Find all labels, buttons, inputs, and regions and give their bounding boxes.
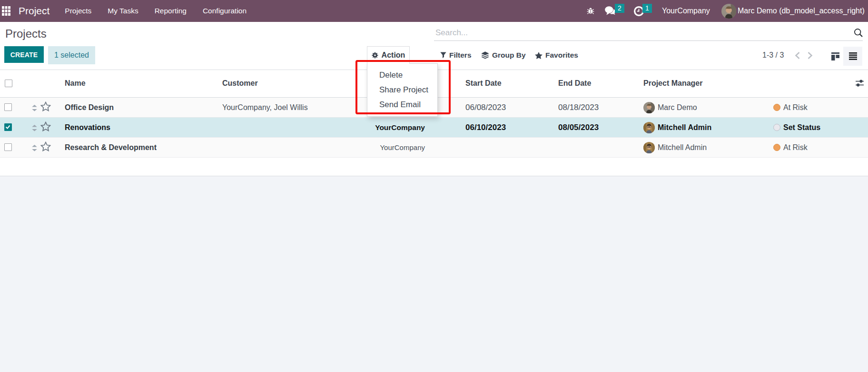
- favorite-star-toggle[interactable]: [40, 136, 51, 156]
- project-customer: YourCompany, Joel Willis: [222, 98, 308, 118]
- status-dot-at-risk[interactable]: [773, 104, 780, 111]
- activities-count-badge: 1: [642, 4, 652, 13]
- group-by-layers-icon: [481, 51, 489, 60]
- top-navbar: Project Projects My Tasks Reporting Conf…: [0, 0, 868, 22]
- menu-item-delete[interactable]: Delete: [367, 68, 437, 82]
- pager-next-button[interactable]: [804, 50, 816, 61]
- select-all-checkbox[interactable]: [5, 80, 12, 87]
- action-button-label: Action: [382, 51, 405, 60]
- kanban-view-icon: [831, 52, 839, 60]
- row-checkbox-checked[interactable]: [4, 123, 12, 131]
- filters-label: Filters: [449, 51, 472, 60]
- project-manager-name: Marc Demo: [658, 98, 697, 118]
- table-empty-row: [0, 157, 868, 176]
- search-submit-button[interactable]: [854, 28, 864, 39]
- project-manager-name: Mitchell Admin: [658, 118, 711, 138]
- list-view-button[interactable]: [843, 47, 862, 66]
- project-manager-name: Mitchell Admin: [658, 138, 707, 158]
- page-background: [0, 176, 868, 372]
- column-header-name[interactable]: Name: [65, 70, 86, 96]
- menu-item-share-project[interactable]: Share Project: [367, 82, 437, 97]
- project-status[interactable]: At Risk: [783, 98, 808, 118]
- project-status[interactable]: At Risk: [783, 138, 808, 158]
- status-dot-at-risk[interactable]: [773, 144, 780, 151]
- row-checkbox[interactable]: [4, 143, 12, 151]
- filter-funnel-icon: [440, 52, 446, 59]
- list-view-icon: [849, 52, 857, 60]
- drag-handle-icon[interactable]: [32, 118, 37, 138]
- project-name[interactable]: Office Design: [65, 98, 114, 118]
- project-end-date: 08/18/2023: [558, 98, 599, 118]
- apps-menu-button[interactable]: [0, 0, 14, 22]
- gear-icon: [372, 52, 378, 59]
- menu-reporting[interactable]: Reporting: [147, 0, 195, 22]
- menu-projects[interactable]: Projects: [57, 0, 99, 22]
- sliders-icon: [856, 80, 864, 87]
- project-name[interactable]: Research & Development: [65, 138, 157, 158]
- dropdown-notch: [367, 62, 409, 64]
- messages-button[interactable]: 2: [605, 0, 616, 22]
- search-icon: [854, 28, 863, 38]
- debug-bug-button[interactable]: [587, 0, 594, 22]
- favorites-button[interactable]: Favorites: [535, 47, 578, 63]
- project-start-date: 06/10/2023: [465, 118, 506, 138]
- project-customer: YourCompany: [380, 138, 425, 158]
- row-checkbox[interactable]: [4, 103, 12, 111]
- app-brand-title[interactable]: Project: [19, 5, 49, 17]
- column-header-end-date[interactable]: End Date: [558, 70, 591, 96]
- action-dropdown-button[interactable]: Action: [367, 46, 410, 64]
- breadcrumb-title: Projects: [5, 27, 47, 40]
- table-row-selected[interactable]: Renovations YourCompany 06/10/2023 08/05…: [0, 117, 868, 137]
- group-by-button[interactable]: Group By: [481, 47, 526, 63]
- group-by-label: Group By: [492, 51, 526, 60]
- manager-avatar: [643, 142, 655, 153]
- favorite-star-toggle[interactable]: [40, 96, 51, 116]
- table-row[interactable]: Research & Development YourCompany Mitch…: [0, 137, 868, 157]
- menu-configuration[interactable]: Configuration: [195, 0, 255, 22]
- user-name: Marc Demo (db_model_access_right): [738, 7, 865, 15]
- project-customer: YourCompany: [375, 118, 425, 138]
- column-header-project-manager[interactable]: Project Manager: [643, 70, 702, 96]
- optional-columns-button[interactable]: [856, 80, 864, 89]
- action-dropdown-menu: Delete Share Project Send Email: [367, 63, 438, 117]
- drag-handle-icon[interactable]: [32, 98, 37, 118]
- user-menu[interactable]: Marc Demo (db_model_access_right): [721, 0, 865, 22]
- filters-button[interactable]: Filters: [440, 47, 472, 63]
- messages-count-badge: 2: [615, 4, 624, 13]
- column-header-customer[interactable]: Customer: [222, 70, 258, 96]
- selected-count-chip: 1 selected: [48, 46, 95, 64]
- activities-button[interactable]: 1: [634, 0, 644, 22]
- project-start-date: 06/08/2023: [465, 98, 506, 118]
- chevron-left-icon: [795, 51, 800, 60]
- search-input[interactable]: [434, 25, 863, 40]
- chevron-right-icon: [807, 51, 813, 60]
- manager-avatar: [643, 122, 655, 133]
- favorite-star-toggle[interactable]: [40, 116, 51, 136]
- project-status[interactable]: Set Status: [783, 118, 820, 138]
- menu-item-send-email[interactable]: Send Email: [367, 97, 437, 112]
- apps-grid-icon: [2, 6, 10, 16]
- status-dot-empty[interactable]: [773, 124, 780, 131]
- manager-avatar: [643, 102, 655, 113]
- favorites-label: Favorites: [545, 51, 578, 60]
- drag-handle-icon[interactable]: [32, 138, 37, 158]
- bug-icon: [587, 7, 594, 15]
- create-button[interactable]: CREATE: [4, 46, 44, 63]
- user-avatar: [721, 4, 736, 19]
- menu-my-tasks[interactable]: My Tasks: [99, 0, 146, 22]
- project-name[interactable]: Renovations: [65, 118, 110, 138]
- project-end-date: 08/05/2023: [558, 118, 599, 138]
- column-header-start-date[interactable]: Start Date: [465, 70, 502, 96]
- pager-previous-button[interactable]: [792, 50, 803, 61]
- favorites-star-icon: [535, 52, 542, 59]
- pager-value: 1-3 / 3: [762, 47, 784, 63]
- company-switcher[interactable]: YourCompany: [662, 0, 710, 22]
- search-bar: [434, 25, 863, 41]
- kanban-view-button[interactable]: [826, 47, 844, 66]
